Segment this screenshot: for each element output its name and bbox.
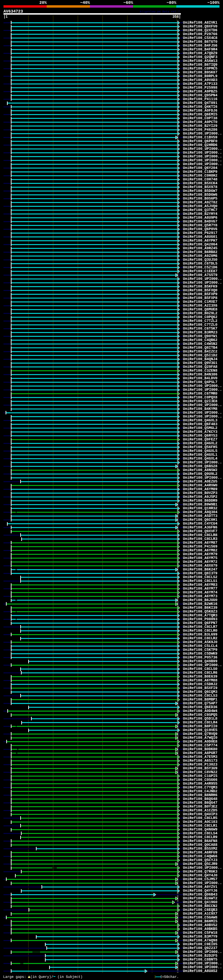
svg-text:|1: |1 (3, 15, 8, 19)
svg-text:AlignView.pm Beta rel.7: AlignView.pm Beta rel.7 (140, 10, 180, 14)
svg-text:20%: 20% (39, 0, 47, 5)
svg-text:~40%: ~40% (80, 0, 90, 5)
svg-text:=50char.: =50char. (162, 975, 179, 979)
svg-text:(in Query)/: (in Query)/ (30, 975, 53, 979)
svg-text:~60%: ~60% (124, 0, 133, 5)
svg-text:~80%: ~80% (167, 0, 176, 5)
svg-text:UniRef100_A8UA52: UniRef100_A8UA52 (183, 969, 217, 974)
svg-text:~100%: ~100% (207, 0, 220, 5)
svg-text:AV634723: AV634723 (3, 9, 23, 14)
svg-text:(in Subject): (in Subject) (58, 975, 83, 979)
svg-text:Large gaps:: Large gaps: (3, 975, 26, 979)
